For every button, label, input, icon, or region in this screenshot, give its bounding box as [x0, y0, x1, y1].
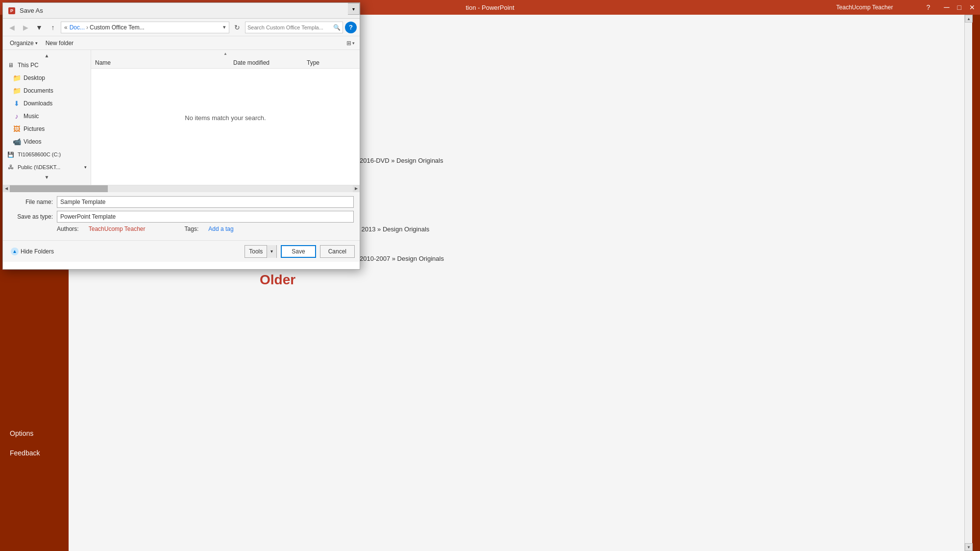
pictures-folder-icon: 🖼 — [13, 125, 21, 133]
save-type-input-wrapper: ▾ — [57, 211, 354, 223]
file-list-scroll-up[interactable]: ▲ — [91, 50, 360, 57]
help-button[interactable]: ? — [345, 22, 357, 33]
network-icon: 🖧 — [7, 163, 15, 171]
nav-item-expand-icon: ▾ — [84, 165, 87, 170]
nav-item-pictures[interactable]: 🖼 Pictures — [3, 123, 91, 135]
tools-button[interactable]: Tools ▾ — [245, 245, 277, 258]
nav-item-downloads[interactable]: ⬇ Downloads — [3, 97, 91, 110]
minimize-btn[interactable]: ─ — [944, 3, 949, 12]
dialog-subtoolbar: Organize ▾ New folder ⊞ ▾ — [3, 36, 360, 50]
nav-item-music[interactable]: ♪ Music — [3, 110, 91, 123]
file-list-empty-message: No items match your search. — [91, 69, 360, 167]
search-input[interactable] — [247, 25, 333, 30]
ppt-options-area: Options Feedback — [0, 424, 69, 463]
col-date-header[interactable]: Date modified — [233, 59, 307, 66]
nav-item-documents[interactable]: 📁 Documents — [3, 84, 91, 97]
scroll-track — [965, 23, 972, 543]
videos-folder-icon: 📹 — [13, 138, 21, 146]
save-type-label: Save as type: — [9, 213, 53, 220]
pc-icon: 🖥 — [7, 61, 15, 69]
file-list-header: Name Date modified Type — [91, 57, 360, 69]
nav-item-documents-label: Documents — [24, 87, 53, 94]
recent-button[interactable]: ▼ — [33, 22, 45, 33]
nav-item-videos[interactable]: 📹 Videos — [3, 135, 91, 148]
ppt-logo: P — [8, 7, 15, 14]
file-name-row: File name: ▾ — [9, 196, 354, 208]
dialog-form: File name: ▾ Save as type: ▾ Authors: Te… — [3, 192, 360, 240]
refresh-button[interactable]: ↻ — [231, 22, 243, 33]
dialog-nav-toolbar: ◀ ▶ ▼ ↑ « Doc... › Custom Office Tem... … — [3, 19, 360, 36]
view-toggle-button[interactable]: ⊞ ▾ — [346, 40, 355, 47]
col-type-header[interactable]: Type — [307, 59, 356, 66]
dialog-title: Save As — [20, 7, 345, 14]
scroll-up-btn[interactable]: ▲ — [965, 15, 973, 23]
nav-item-desktop[interactable]: 📁 Desktop — [3, 72, 91, 84]
h-scroll-left-btn[interactable]: ◀ — [3, 185, 10, 192]
breadcrumb-bar[interactable]: « Doc... › Custom Office Tem... ▾ — [61, 22, 229, 33]
horizontal-scrollbar[interactable]: ◀ ▶ — [3, 185, 360, 192]
options-item[interactable]: Options — [0, 424, 69, 443]
nav-item-drive-label: TI10658600C (C:) — [18, 151, 61, 157]
view-icon: ⊞ — [346, 40, 351, 47]
organize-button[interactable]: Organize ▾ — [8, 39, 40, 48]
h-scroll-track[interactable] — [10, 185, 353, 192]
meta-row: Authors: TeachUcomp Teacher Tags: Add a … — [9, 225, 354, 232]
authors-value[interactable]: TeachUcomp Teacher — [89, 225, 146, 232]
nav-item-pictures-label: Pictures — [24, 125, 45, 132]
nav-item-this-pc[interactable]: 🖥 This PC — [3, 59, 91, 72]
breadcrumb-dropdown-btn[interactable]: ▾ — [223, 24, 226, 30]
h-scroll-thumb[interactable] — [10, 185, 108, 192]
nav-item-network[interactable]: 🖧 Public (\\DESKT... ▾ — [3, 161, 91, 174]
cancel-button[interactable]: Cancel — [320, 245, 355, 258]
search-icon: 🔍 — [333, 24, 341, 31]
breadcrumb-doc-link[interactable]: Doc... — [70, 24, 85, 31]
file-name-input[interactable] — [57, 196, 354, 208]
teacher-name: TeachUcomp Teacher — [836, 4, 893, 11]
nav-item-music-label: Music — [24, 113, 39, 120]
dialog-titlebar: P Save As ✕ — [3, 3, 360, 19]
documents-folder-icon: 📁 — [13, 87, 21, 95]
dialog-actions: ▲ Hide Folders Tools ▾ Save Cancel — [3, 240, 360, 262]
feedback-item[interactable]: Feedback — [0, 443, 69, 463]
col-name-header[interactable]: Name — [95, 59, 233, 66]
add-tag-link[interactable]: Add a tag — [208, 225, 233, 232]
h-scroll-right-btn[interactable]: ▶ — [353, 185, 360, 192]
close-btn[interactable]: ✕ — [969, 3, 975, 11]
left-nav-panel: ▲ 🖥 This PC 📁 Desktop 📁 Documents ⬇ Down… — [3, 50, 91, 185]
help-icon[interactable]: ? — [926, 3, 930, 11]
nav-item-drive[interactable]: 💾 TI10658600C (C:) — [3, 148, 91, 161]
music-folder-icon: ♪ — [13, 112, 21, 120]
hide-folders-button[interactable]: ▲ Hide Folders — [8, 246, 57, 257]
tools-label: Tools — [245, 248, 267, 255]
nav-item-downloads-label: Downloads — [24, 100, 52, 107]
forward-button[interactable]: ▶ — [20, 22, 31, 33]
save-type-input[interactable] — [57, 211, 354, 223]
organize-label: Organize — [10, 40, 34, 47]
nav-item-desktop-label: Desktop — [24, 75, 45, 81]
dialog-app-icon: P — [8, 7, 16, 15]
breadcrumb-part1: « — [64, 24, 68, 31]
desktop-folder-icon: 📁 — [13, 74, 21, 82]
save-type-dropdown-arrow[interactable]: ▾ — [348, 3, 360, 15]
tags-label: Tags: — [185, 225, 199, 232]
up-button[interactable]: ↑ — [47, 22, 59, 33]
tools-dropdown-icon: ▾ — [267, 245, 276, 258]
ppt-title: tion - PowerPoint — [466, 4, 514, 11]
new-folder-button[interactable]: New folder — [44, 39, 75, 48]
nav-scroll-up[interactable]: ▲ — [3, 52, 91, 59]
breadcrumb-current: Custom Office Tem... — [90, 24, 145, 31]
search-bar[interactable]: 🔍 — [245, 22, 343, 33]
downloads-folder-icon: ⬇ — [13, 100, 21, 107]
hide-folders-icon: ▲ — [11, 248, 19, 255]
right-scrollbar[interactable]: ▲ ▼ — [964, 15, 972, 551]
maximize-btn[interactable]: □ — [957, 3, 961, 11]
back-button[interactable]: ◀ — [6, 22, 18, 33]
nav-item-this-pc-label: This PC — [18, 62, 39, 69]
file-name-input-wrapper: ▾ — [57, 196, 354, 208]
save-button[interactable]: Save — [281, 245, 316, 258]
nav-scroll-down[interactable]: ▼ — [3, 174, 91, 180]
save-as-dialog: P Save As ✕ ◀ ▶ ▼ ↑ « Doc... › Custom Of… — [2, 2, 360, 270]
drive-icon: 💾 — [7, 150, 15, 158]
nav-item-videos-label: Videos — [24, 138, 41, 145]
scroll-down-btn[interactable]: ▼ — [965, 543, 973, 551]
